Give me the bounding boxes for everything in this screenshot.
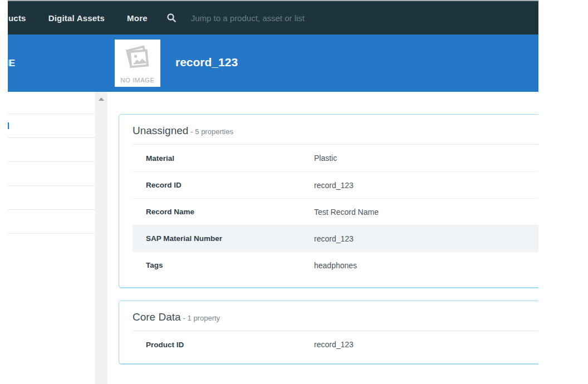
property-label: Record ID [146, 181, 314, 189]
group-header: Core Data- 1 property [119, 301, 538, 331]
nav-item-products-truncated[interactable]: ucts [8, 13, 26, 23]
image-placeholder-icon [122, 45, 153, 73]
group-property-count: - 5 properties [190, 127, 233, 136]
top-nav-bar: ucts Digital Assets More Jump to a produ… [8, 0, 538, 35]
sidebar-list-item[interactable] [8, 92, 95, 114]
property-row[interactable]: Product IDrecord_123 [133, 331, 538, 358]
no-image-label: NO IMAGE [120, 77, 155, 83]
sidebar-list: I [8, 92, 95, 384]
truncated-header-text: E [9, 58, 15, 69]
property-value[interactable]: record_123 [314, 181, 354, 190]
property-value[interactable]: headphones [314, 261, 357, 270]
sidebar-list-item[interactable]: I [8, 114, 95, 138]
property-value[interactable]: record_123 [314, 234, 354, 243]
property-row[interactable]: SAP Material Numberrecord_123 [133, 225, 538, 252]
group-header: Unassigned- 5 properties [119, 115, 538, 144]
app-window: ucts Digital Assets More Jump to a produ… [8, 0, 538, 384]
search-icon[interactable] [166, 13, 177, 23]
nav-item-digital-assets[interactable]: Digital Assets [48, 13, 105, 23]
sidebar-list-item[interactable] [8, 162, 95, 186]
property-label: Material [146, 154, 314, 163]
property-label: Tags [146, 261, 314, 269]
sidebar-truncated-link[interactable]: I [8, 122, 9, 129]
sidebar-list-item[interactable] [8, 186, 95, 210]
sidebar-list-item[interactable] [8, 138, 95, 162]
property-rows: Product IDrecord_123 [133, 331, 538, 363]
property-rows: MaterialPlasticRecord IDrecord_123Record… [133, 144, 538, 287]
property-group-card: Core Data- 1 propertyProduct IDrecord_12… [119, 301, 538, 365]
property-row[interactable]: Record IDrecord_123 [133, 171, 538, 198]
search-input-placeholder[interactable]: Jump to a product, asset or list [191, 13, 305, 23]
sidebar-list-item[interactable] [8, 210, 95, 234]
property-value[interactable]: Plastic [314, 154, 337, 163]
no-image-thumbnail[interactable]: NO IMAGE [115, 40, 160, 87]
property-row[interactable]: Record NameTest Record Name [133, 198, 538, 225]
property-value[interactable]: record_123 [314, 340, 354, 349]
property-group-card: Unassigned- 5 propertiesMaterialPlasticR… [119, 114, 538, 288]
sidebar-scrollbar[interactable] [95, 92, 107, 384]
nav-item-more[interactable]: More [127, 13, 148, 23]
property-value[interactable]: Test Record Name [314, 208, 379, 216]
property-label: Record Name [146, 208, 314, 216]
property-row[interactable]: MaterialPlastic [133, 145, 538, 171]
group-property-count: - 1 property [183, 314, 220, 322]
properties-panel: Unassigned- 5 propertiesMaterialPlasticR… [107, 92, 538, 384]
group-name: Unassigned [133, 125, 188, 136]
global-search[interactable]: Jump to a product, asset or list [166, 13, 305, 23]
property-row[interactable]: Tagsheadphones [133, 252, 538, 278]
record-header-bar: E NO IMAGE record_123 [8, 35, 538, 92]
property-label: Product ID [146, 341, 314, 349]
record-title: record_123 [175, 56, 238, 69]
group-name: Core Data [133, 311, 181, 323]
scrollbar-up-arrow-icon[interactable] [99, 97, 104, 101]
property-label: SAP Material Number [146, 234, 314, 243]
